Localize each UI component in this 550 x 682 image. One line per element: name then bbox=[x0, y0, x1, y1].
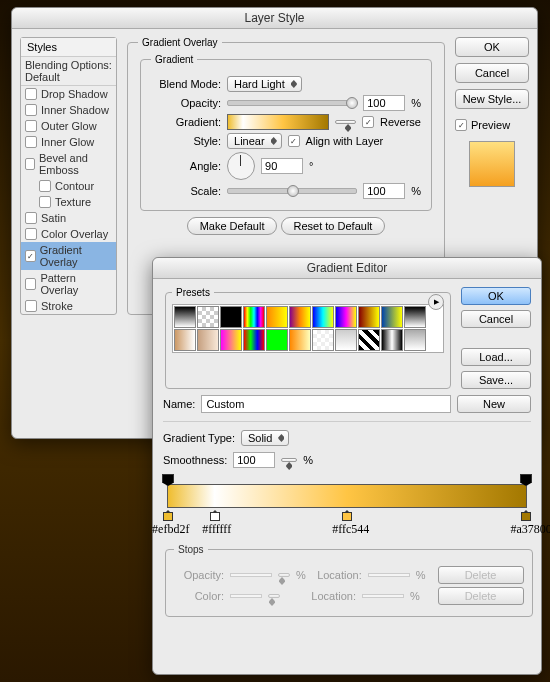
save-button[interactable]: Save... bbox=[461, 371, 531, 389]
styles-list: Styles Blending Options: Default Drop Sh… bbox=[20, 37, 117, 315]
color-stop[interactable] bbox=[163, 507, 173, 519]
style-row[interactable]: Satin bbox=[21, 210, 116, 226]
preset-swatch[interactable] bbox=[381, 329, 403, 351]
stops-panel: Stops Opacity: % Location: % Delete Colo… bbox=[165, 544, 533, 617]
preset-swatch[interactable] bbox=[381, 306, 403, 328]
blend-mode-select[interactable]: Hard Light bbox=[227, 76, 302, 92]
preset-swatch[interactable] bbox=[243, 329, 265, 351]
reset-default-button[interactable]: Reset to Default bbox=[281, 217, 386, 235]
name-input[interactable] bbox=[201, 395, 451, 413]
stop-color-location-input bbox=[362, 594, 404, 598]
style-checkbox[interactable] bbox=[25, 136, 37, 148]
preset-swatch[interactable] bbox=[266, 306, 288, 328]
style-select[interactable]: Linear bbox=[227, 133, 282, 149]
style-checkbox[interactable] bbox=[25, 228, 37, 240]
style-row[interactable]: Inner Shadow bbox=[21, 102, 116, 118]
styles-header[interactable]: Styles bbox=[21, 38, 116, 57]
smoothness-input[interactable]: 100 bbox=[233, 452, 275, 468]
color-stop[interactable] bbox=[521, 507, 531, 519]
preset-swatch[interactable] bbox=[312, 329, 334, 351]
style-checkbox[interactable] bbox=[25, 158, 35, 170]
style-checkbox[interactable]: ✓ bbox=[25, 250, 36, 262]
gradient-picker-icon[interactable] bbox=[335, 120, 356, 124]
style-checkbox[interactable] bbox=[25, 88, 37, 100]
angle-dial[interactable] bbox=[227, 152, 255, 180]
color-stop-label: #ffc544 bbox=[332, 522, 369, 537]
style-row[interactable]: Drop Shadow bbox=[21, 86, 116, 102]
stop-color-swatch bbox=[230, 594, 262, 598]
style-row[interactable]: ✓Gradient Overlay bbox=[21, 242, 116, 270]
style-row[interactable]: Color Overlay bbox=[21, 226, 116, 242]
align-checkbox[interactable]: ✓ bbox=[288, 135, 300, 147]
preview-swatch bbox=[469, 141, 515, 187]
gradient-editor-dialog: Gradient Editor Presets ▶ OK Cancel Load… bbox=[152, 257, 542, 675]
preset-swatch[interactable] bbox=[220, 306, 242, 328]
smoothness-stepper[interactable] bbox=[281, 458, 297, 462]
panel-title: Gradient Overlay bbox=[138, 37, 222, 48]
style-row[interactable]: Stroke bbox=[21, 298, 116, 314]
make-default-button[interactable]: Make Default bbox=[187, 217, 278, 235]
preset-swatch[interactable] bbox=[404, 306, 426, 328]
style-checkbox[interactable] bbox=[39, 196, 51, 208]
style-row[interactable]: Pattern Overlay bbox=[21, 270, 116, 298]
preset-swatch[interactable] bbox=[266, 329, 288, 351]
stop-opacity-input bbox=[230, 573, 272, 577]
style-checkbox[interactable] bbox=[39, 180, 51, 192]
preset-grid bbox=[172, 304, 444, 353]
preset-swatch[interactable] bbox=[358, 329, 380, 351]
opacity-stop[interactable] bbox=[520, 474, 532, 486]
preset-swatch[interactable] bbox=[358, 306, 380, 328]
blending-options-row[interactable]: Blending Options: Default bbox=[21, 57, 116, 86]
opacity-slider[interactable] bbox=[227, 100, 357, 106]
style-checkbox[interactable] bbox=[25, 120, 37, 132]
load-button[interactable]: Load... bbox=[461, 348, 531, 366]
scale-slider[interactable] bbox=[227, 188, 357, 194]
color-stop-label: #a37800 bbox=[510, 522, 550, 537]
gradient-bar[interactable] bbox=[167, 484, 527, 508]
layer-style-title: Layer Style bbox=[12, 8, 537, 29]
delete-opacity-stop-button: Delete bbox=[438, 566, 524, 584]
angle-input[interactable]: 90 bbox=[261, 158, 303, 174]
style-checkbox[interactable] bbox=[25, 212, 37, 224]
reverse-checkbox[interactable]: ✓ bbox=[362, 116, 374, 128]
ge-cancel-button[interactable]: Cancel bbox=[461, 310, 531, 328]
style-row[interactable]: Outer Glow bbox=[21, 118, 116, 134]
style-row[interactable]: Inner Glow bbox=[21, 134, 116, 150]
cancel-button[interactable]: Cancel bbox=[455, 63, 529, 83]
style-checkbox[interactable] bbox=[25, 104, 37, 116]
preset-swatch[interactable] bbox=[174, 306, 196, 328]
preset-swatch[interactable] bbox=[197, 329, 219, 351]
preset-swatch[interactable] bbox=[289, 329, 311, 351]
color-stop[interactable] bbox=[342, 507, 352, 519]
style-row[interactable]: Texture bbox=[21, 194, 116, 210]
style-checkbox[interactable] bbox=[25, 278, 36, 290]
ge-title: Gradient Editor bbox=[153, 258, 541, 279]
preset-swatch[interactable] bbox=[404, 329, 426, 351]
preset-swatch[interactable] bbox=[289, 306, 311, 328]
style-row[interactable]: Bevel and Emboss bbox=[21, 150, 116, 178]
style-row[interactable]: Contour bbox=[21, 178, 116, 194]
preset-swatch[interactable] bbox=[335, 329, 357, 351]
preview-checkbox[interactable]: ✓ bbox=[455, 119, 467, 131]
preset-swatch[interactable] bbox=[312, 306, 334, 328]
new-style-button[interactable]: New Style... bbox=[455, 89, 529, 109]
scale-input[interactable]: 100 bbox=[363, 183, 405, 199]
ge-ok-button[interactable]: OK bbox=[461, 287, 531, 305]
new-button[interactable]: New bbox=[457, 395, 531, 413]
ok-button[interactable]: OK bbox=[455, 37, 529, 57]
preset-swatch[interactable] bbox=[220, 329, 242, 351]
opacity-stop[interactable] bbox=[162, 474, 174, 486]
gradient-swatch[interactable] bbox=[227, 114, 329, 130]
preset-swatch[interactable] bbox=[174, 329, 196, 351]
stop-location-input bbox=[368, 573, 410, 577]
color-stop[interactable] bbox=[210, 507, 220, 519]
preset-swatch[interactable] bbox=[243, 306, 265, 328]
opacity-input[interactable]: 100 bbox=[363, 95, 405, 111]
color-stop-label: #ffffff bbox=[202, 522, 231, 537]
color-stop-label: #efbd2f bbox=[152, 522, 189, 537]
presets-menu-icon[interactable]: ▶ bbox=[428, 294, 444, 310]
style-checkbox[interactable] bbox=[25, 300, 37, 312]
gradient-type-select[interactable]: Solid bbox=[241, 430, 289, 446]
preset-swatch[interactable] bbox=[335, 306, 357, 328]
preset-swatch[interactable] bbox=[197, 306, 219, 328]
